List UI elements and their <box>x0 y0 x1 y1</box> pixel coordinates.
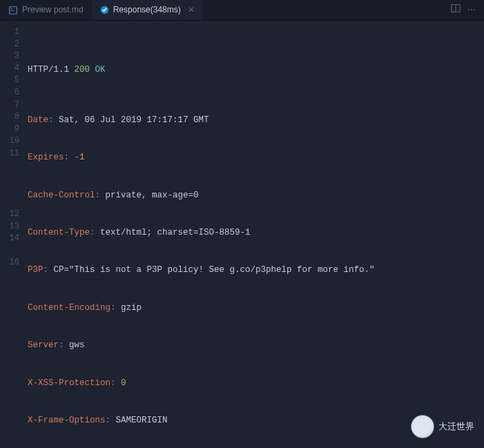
tab-response[interactable]: Response(348ms) ✕ <box>92 0 203 20</box>
tab-right-actions: ⋯ <box>443 3 484 17</box>
code-area[interactable]: HTTP/1.1 200 OK Date: Sat, 06 Jul 2019 1… <box>26 21 484 448</box>
avatar-icon <box>411 415 434 438</box>
response-icon <box>100 6 109 14</box>
split-editor-icon[interactable] <box>451 3 461 17</box>
tab-preview-label: Preview post.md <box>22 4 84 16</box>
editor: 1234567 8910 11 121314 16 HTTP/1.1 200 O… <box>0 21 484 448</box>
tab-response-label: Response(348ms) <box>113 4 181 16</box>
tab-preview[interactable]: Preview post.md <box>0 0 92 20</box>
watermark: 大迁世界 <box>411 415 474 438</box>
svg-rect-2 <box>11 10 14 11</box>
close-icon[interactable]: ✕ <box>188 4 195 16</box>
line-gutter: 1234567 8910 11 121314 16 <box>0 21 26 448</box>
watermark-text: 大迁世界 <box>438 420 474 434</box>
http-status-line: HTTP/1.1 200 OK <box>28 64 478 76</box>
more-actions-icon[interactable]: ⋯ <box>467 4 476 16</box>
preview-icon <box>8 6 18 15</box>
tab-bar: Preview post.md Response(348ms) ✕ ⋯ <box>0 0 484 21</box>
svg-rect-1 <box>11 8 13 9</box>
